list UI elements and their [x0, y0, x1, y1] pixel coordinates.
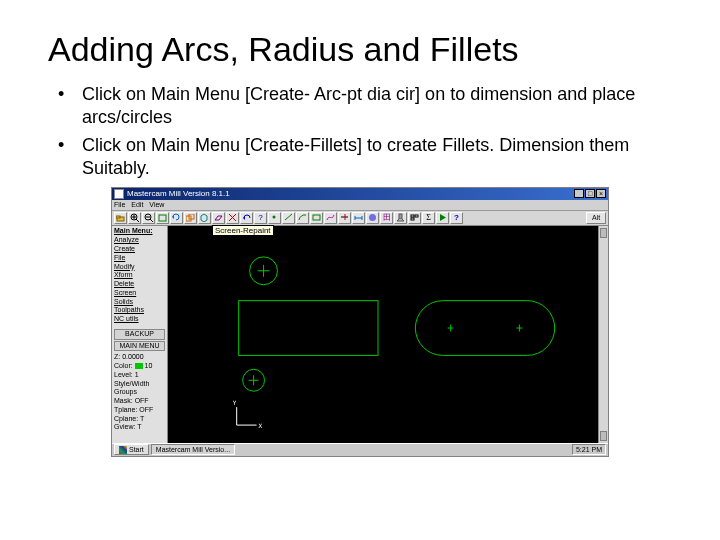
status-level[interactable]: Level: 1	[114, 371, 165, 380]
menu-item-modify[interactable]: Modify	[114, 263, 165, 272]
cad-drawing: Y X	[168, 226, 598, 443]
slide-title: Adding Arcs, Radius and Fillets	[48, 30, 672, 69]
tool-zoom-out-icon[interactable]	[142, 212, 155, 224]
status-cplane[interactable]: Cplane: T	[114, 415, 165, 424]
svg-rect-28	[411, 218, 414, 220]
tool-dim-icon[interactable]	[352, 212, 365, 224]
bullet-list: Click on Main Menu [Create- Arc-pt dia c…	[54, 83, 672, 181]
svg-rect-34	[239, 300, 378, 355]
window-titlebar: Mastercam Mill Version 8.1.1 _ □ ×	[112, 188, 608, 200]
tool-point-icon[interactable]	[268, 212, 281, 224]
tool-spline-icon[interactable]	[324, 212, 337, 224]
tool-zoom-in-icon[interactable]	[128, 212, 141, 224]
status-gview[interactable]: Gview: T	[114, 423, 165, 432]
windows-logo-icon	[119, 446, 127, 454]
app-icon	[114, 189, 124, 199]
cad-canvas[interactable]: Y X	[168, 226, 608, 443]
tool-view-icon[interactable]	[184, 212, 197, 224]
taskbar-app-item[interactable]: Mastercam Mill Versio...	[151, 444, 235, 455]
mainmenu-button[interactable]: MAIN MENU	[114, 341, 165, 352]
minimize-button[interactable]: _	[574, 189, 584, 198]
menu-item-solids[interactable]: Solids	[114, 298, 165, 307]
tool-rect-icon[interactable]	[310, 212, 323, 224]
bullet-item: Click on Main Menu [Create- Arc-pt dia c…	[54, 83, 672, 130]
taskbar: Start Mastercam Mill Versio... 5:21 PM	[112, 443, 608, 456]
toolbar: ? 田 Σ ? Alt	[112, 211, 608, 226]
svg-line-3	[136, 219, 139, 222]
tool-wire-icon[interactable]: 田	[380, 212, 393, 224]
side-header: Main Menu:	[114, 227, 165, 236]
tool-repaint-icon[interactable]	[170, 212, 183, 224]
axis-y-label: Y	[233, 399, 237, 406]
vertical-scrollbar[interactable]	[598, 226, 608, 443]
tool-shade-icon[interactable]	[366, 212, 379, 224]
svg-marker-30	[440, 214, 446, 221]
svg-rect-27	[411, 215, 414, 217]
menu-edit[interactable]: Edit	[131, 201, 143, 208]
maximize-button[interactable]: □	[585, 189, 595, 198]
status-style[interactable]: Style/Width	[114, 380, 165, 389]
menu-item-create[interactable]: Create	[114, 245, 165, 254]
svg-rect-19	[313, 215, 320, 220]
menu-item-file[interactable]: File	[114, 254, 165, 263]
tool-cplane-icon[interactable]	[212, 212, 225, 224]
side-panel: Main Menu: Analyze Create File Modify Xf…	[112, 226, 168, 443]
svg-rect-26	[399, 214, 402, 219]
tool-delete-icon[interactable]	[226, 212, 239, 224]
menu-item-xform[interactable]: Xform	[114, 271, 165, 280]
menu-item-analyze[interactable]: Analyze	[114, 236, 165, 245]
backup-button[interactable]: BACKUP	[114, 329, 165, 340]
menu-item-screen[interactable]: Screen	[114, 289, 165, 298]
tool-arc-icon[interactable]	[296, 212, 309, 224]
status-color[interactable]: Color: 10	[114, 362, 165, 371]
menu-item-toolpaths[interactable]: Toolpaths	[114, 306, 165, 315]
svg-point-17	[273, 216, 276, 219]
menu-item-delete[interactable]: Delete	[114, 280, 165, 289]
tool-help-icon[interactable]: ?	[450, 212, 463, 224]
tool-fit-icon[interactable]	[156, 212, 169, 224]
tool-ops-icon[interactable]	[408, 212, 421, 224]
start-button[interactable]: Start	[114, 444, 149, 455]
svg-rect-1	[116, 216, 120, 218]
axis-x-label: X	[259, 422, 263, 429]
svg-rect-29	[415, 215, 418, 217]
svg-line-7	[150, 219, 153, 222]
toolbar-tooltip: Screen-Repaint	[212, 225, 274, 236]
menu-item-ncutils[interactable]: NC utils	[114, 315, 165, 324]
system-tray-clock[interactable]: 5:21 PM	[572, 444, 606, 455]
tool-run-icon[interactable]	[436, 212, 449, 224]
svg-point-25	[369, 214, 376, 221]
menu-file[interactable]: File	[114, 201, 125, 208]
close-button[interactable]: ×	[596, 189, 606, 198]
menu-view[interactable]: View	[149, 201, 164, 208]
svg-marker-13	[215, 216, 222, 220]
svg-line-18	[285, 214, 292, 220]
window-title: Mastercam Mill Version 8.1.1	[127, 189, 230, 198]
bullet-item: Click on Main Menu [Create-Fillets] to c…	[54, 134, 672, 181]
svg-rect-9	[159, 215, 166, 221]
tool-gview-icon[interactable]	[198, 212, 211, 224]
menubar: File Edit View	[112, 200, 608, 211]
tool-analyze-icon[interactable]: ?	[254, 212, 267, 224]
tool-open-icon[interactable]	[114, 212, 127, 224]
tool-sigma-icon[interactable]: Σ	[422, 212, 435, 224]
app-screenshot: Mastercam Mill Version 8.1.1 _ □ × File …	[111, 187, 609, 457]
status-z[interactable]: Z: 0.0000	[114, 353, 165, 362]
tool-toolpath-icon[interactable]	[394, 212, 407, 224]
tool-trim-icon[interactable]	[338, 212, 351, 224]
tool-undo-icon[interactable]	[240, 212, 253, 224]
tool-alt-icon[interactable]: Alt	[586, 212, 606, 224]
tool-line-icon[interactable]	[282, 212, 295, 224]
status-groups[interactable]: Groups	[114, 388, 165, 397]
status-tplane[interactable]: Tplane: OFF	[114, 406, 165, 415]
status-mask[interactable]: Mask: OFF	[114, 397, 165, 406]
